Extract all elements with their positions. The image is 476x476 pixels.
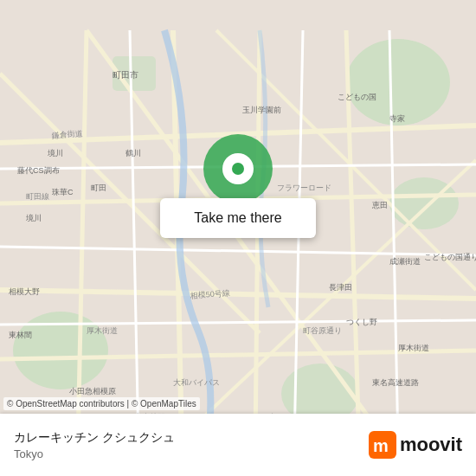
- svg-text:珠華C: 珠華C: [52, 188, 74, 196]
- map-pin: [203, 134, 273, 203]
- svg-text:玉川学園前: 玉川学園前: [242, 106, 281, 114]
- take-me-there-button[interactable]: Take me there: [160, 198, 316, 238]
- svg-text:境川: 境川: [25, 214, 42, 222]
- svg-text:寺家: 寺家: [389, 114, 405, 123]
- svg-text:m: m: [373, 436, 389, 455]
- map-container: 鎌倉街道 フラワーロード 相模50号線 町谷原通り 町田線 厚木街道 大和バイパ…: [0, 0, 476, 476]
- moovit-brand-text: moovit: [400, 434, 462, 456]
- place-name: カレーキッチン クシュクシュ: [14, 430, 175, 446]
- svg-text:長津田: 長津田: [329, 283, 352, 292]
- svg-text:こどもの国通り: こどもの国通り: [424, 253, 476, 261]
- svg-text:フラワーロード: フラワーロード: [277, 183, 331, 192]
- svg-text:東林間: 東林間: [9, 331, 32, 339]
- svg-text:厚木街道: 厚木街道: [87, 326, 118, 335]
- svg-text:町田市: 町田市: [113, 70, 138, 80]
- svg-text:相模大野: 相模大野: [9, 287, 40, 296]
- place-city: Tokyo: [14, 447, 175, 460]
- moovit-logo: m moovit: [369, 431, 462, 459]
- svg-text:町田: 町田: [91, 183, 106, 192]
- svg-text:藤代CS調布: 藤代CS調布: [17, 166, 60, 175]
- svg-text:こどもの国: こどもの国: [338, 93, 376, 101]
- svg-text:恵田: 恵田: [371, 201, 388, 209]
- svg-text:成瀬街道: 成瀬街道: [389, 257, 421, 266]
- svg-text:町田線: 町田線: [26, 192, 49, 201]
- svg-text:鶴川: 鶴川: [125, 149, 141, 158]
- svg-text:町谷原通り: 町谷原通り: [303, 326, 342, 335]
- svg-text:大和バイパス: 大和バイパス: [173, 378, 220, 387]
- svg-point-1: [346, 39, 450, 125]
- svg-text:東名高速道路: 東名高速道路: [372, 378, 419, 387]
- svg-text:つくし野: つくし野: [346, 318, 377, 326]
- bottom-bar: カレーキッチン クシュクシュ Tokyo m moovit: [0, 414, 476, 476]
- svg-text:境川: 境川: [47, 149, 63, 158]
- pin-dot: [232, 163, 244, 175]
- place-info: カレーキッチン クシュクシュ Tokyo: [14, 430, 175, 460]
- moovit-icon: m: [369, 431, 396, 459]
- svg-text:厚木街道: 厚木街道: [398, 344, 429, 352]
- svg-text:小田急相模原: 小田急相模原: [69, 387, 116, 396]
- map-attribution: © OpenStreetMap contributors | © OpenMap…: [3, 397, 200, 410]
